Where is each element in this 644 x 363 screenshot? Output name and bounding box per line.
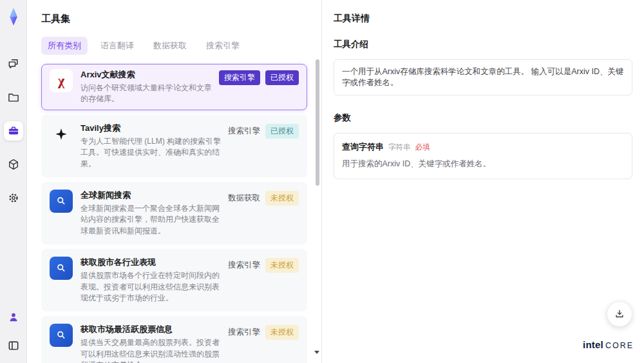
scroll-down-icon[interactable] bbox=[314, 351, 319, 354]
tool-list: χ Arxiv文献搜索 访问各个研究领域大量科学论文和文章的存储库。 搜索引擎 … bbox=[41, 64, 307, 363]
category-tabs: 所有类别 语言翻译 数据获取 搜索引擎 bbox=[41, 37, 307, 55]
page-title: 工具集 bbox=[41, 13, 307, 25]
tab-all-categories[interactable]: 所有类别 bbox=[41, 37, 88, 55]
user-avatar-icon[interactable] bbox=[4, 308, 23, 327]
app-logo-icon[interactable] bbox=[5, 8, 23, 26]
brand-intel: intel bbox=[583, 339, 603, 350]
auth-status-badge: 未授权 bbox=[265, 325, 299, 340]
settings-gear-icon[interactable] bbox=[4, 188, 23, 208]
tool-name: Tavily搜索 bbox=[80, 123, 223, 134]
tab-data-acquisition[interactable]: 数据获取 bbox=[147, 37, 193, 55]
tool-card-sector-performance[interactable]: 获取股市各行业表现 提供股票市场各个行业在特定时间段内的表现。投资者可以利用这些… bbox=[41, 249, 307, 311]
tool-details-panel: 工具详情 工具介绍 一个用于从Arxiv存储库搜索科学论文和文章的工具。 输入可… bbox=[322, 0, 644, 363]
auth-status-badge: 未授权 bbox=[265, 258, 299, 273]
sparkle-star-icon bbox=[50, 123, 73, 146]
arxiv-logo-icon: χ bbox=[50, 69, 73, 92]
parameter-description: 用于搜索的Arxiv ID、关键字或作者姓名。 bbox=[342, 159, 624, 170]
tool-description: 访问各个研究领域大量科学论文和文章的存储库。 bbox=[80, 83, 214, 105]
tool-card-most-active-stocks[interactable]: 获取市场最活跃股票信息 提供当天交易量最高的股票列表。投资者可以利用这些信息来识… bbox=[41, 316, 307, 363]
parameter-item: 查询字符串 字符串 必填 用于搜索的Arxiv ID、关键字或作者姓名。 bbox=[334, 133, 632, 179]
auth-status-badge: 已授权 bbox=[265, 70, 299, 85]
tool-card-global-news[interactable]: 全球新闻搜索 全球新闻搜索是一个聚合全球各大新闻网站内容的搜索引擎，帮助用户快速… bbox=[41, 182, 307, 244]
scrollbar-thumb[interactable] bbox=[316, 59, 319, 186]
category-badge: 数据获取 bbox=[228, 191, 260, 206]
category-badge: 搜索引擎 bbox=[228, 124, 260, 139]
sidebar-nav bbox=[4, 54, 23, 208]
blue-search-app-icon bbox=[50, 190, 73, 213]
sidebar bbox=[0, 0, 27, 363]
tool-description: 全球新闻搜索是一个聚合全球各大新闻网站内容的搜索引擎，帮助用户快速获取全球最新资… bbox=[80, 203, 223, 237]
toolbox-briefcase-icon[interactable] bbox=[4, 121, 23, 141]
tool-name: 获取股市各行业表现 bbox=[80, 257, 223, 268]
parameter-required-badge: 必填 bbox=[415, 142, 430, 152]
category-badge: 搜索引擎 bbox=[228, 258, 260, 273]
parameter-type: 字符串 bbox=[388, 142, 411, 152]
panel-toggle-icon[interactable] bbox=[4, 336, 23, 355]
scrollbar[interactable] bbox=[316, 55, 319, 358]
params-heading: 参数 bbox=[334, 112, 632, 124]
tool-card-tavily[interactable]: Tavily搜索 专为人工智能代理 (LLM) 构建的搜索引擎工具。可快速提供实… bbox=[41, 115, 307, 177]
blue-search-app-icon bbox=[50, 324, 73, 347]
tool-card-arxiv[interactable]: χ Arxiv文献搜索 访问各个研究领域大量科学论文和文章的存储库。 搜索引擎 … bbox=[41, 64, 307, 110]
tool-description: 提供股票市场各个行业在特定时间段内的表现。投资者可以利用这些信息来识别表现优于或… bbox=[80, 270, 223, 304]
blue-search-app-icon bbox=[50, 257, 73, 280]
details-title: 工具详情 bbox=[334, 13, 632, 25]
chat-icon[interactable] bbox=[4, 54, 23, 74]
tool-name: 全球新闻搜索 bbox=[80, 190, 223, 201]
tool-description: 专为人工智能代理 (LLM) 构建的搜索引擎工具。可快速提供实时、准确和真实的结… bbox=[80, 136, 223, 170]
folder-icon[interactable] bbox=[4, 88, 23, 107]
intro-heading: 工具介绍 bbox=[334, 39, 632, 50]
tool-name: 获取市场最活跃股票信息 bbox=[80, 324, 223, 335]
download-button[interactable] bbox=[607, 301, 632, 327]
intel-core-logo: intel core bbox=[583, 339, 634, 350]
category-badge: 搜索引擎 bbox=[219, 70, 260, 85]
tool-intro-text: 一个用于从Arxiv存储库搜索科学论文和文章的工具。 输入可以是Arxiv ID… bbox=[334, 59, 632, 95]
toolset-panel: 工具集 所有类别 语言翻译 数据获取 搜索引擎 χ Arxiv文献搜索 访问各个… bbox=[27, 0, 322, 363]
tool-name: Arxiv文献搜索 bbox=[80, 69, 214, 81]
auth-status-badge: 已授权 bbox=[265, 124, 299, 139]
auth-status-badge: 未授权 bbox=[265, 191, 299, 206]
package-cube-icon[interactable] bbox=[4, 155, 23, 174]
app-window: 工具集 所有类别 语言翻译 数据获取 搜索引擎 χ Arxiv文献搜索 访问各个… bbox=[0, 0, 644, 363]
parameter-name: 查询字符串 bbox=[342, 141, 384, 153]
category-badge: 搜索引擎 bbox=[228, 325, 260, 340]
tool-description: 提供当天交易量最高的股票列表。投资者可以利用这些信息来识别流动性强的股票和潜在的… bbox=[80, 337, 223, 363]
tab-language-translation[interactable]: 语言翻译 bbox=[94, 37, 140, 55]
tab-search-engine[interactable]: 搜索引擎 bbox=[200, 37, 246, 55]
sidebar-bottom bbox=[4, 308, 23, 355]
brand-core: core bbox=[605, 341, 634, 350]
